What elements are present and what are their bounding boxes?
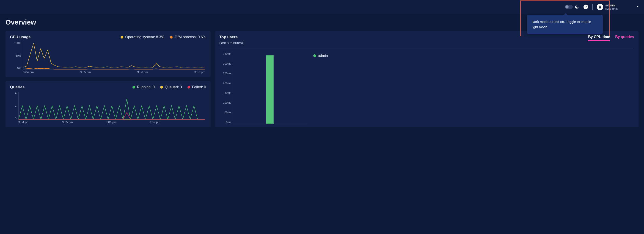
dashboard-grid: CPU usage Operating system: 8.3% JVM pro…	[6, 31, 638, 228]
queries-legend-failed-label: Failed: 0	[192, 85, 206, 89]
cpu-x-tick: 3:06 pm	[137, 70, 148, 74]
cpu-x-tick: 3:07 pm	[194, 70, 205, 74]
top-users-subtitle: (last 8 minutes)	[219, 41, 243, 45]
cpu-x-tick: 3:05 pm	[80, 70, 91, 74]
queries-legend-running: Running: 0	[132, 85, 155, 89]
help-icon[interactable]: ?	[583, 4, 588, 10]
top-users-y-tick: 200ms	[219, 82, 231, 85]
cpu-y-axis: 100% 50% 0%	[10, 42, 21, 70]
top-users-title: Top users	[219, 35, 243, 40]
queries-x-tick: 3:05 pm	[62, 120, 73, 124]
tab-by-queries[interactable]: By queries	[615, 35, 634, 41]
dark-mode-tooltip: Dark mode turned on. Toggle to enable li…	[527, 15, 603, 34]
moon-icon	[574, 5, 579, 9]
queries-legend-queued-label: Queued: 0	[165, 85, 182, 89]
cpu-legend-jvm-label: JVM process: 0.6%	[174, 35, 206, 39]
cpu-legend-os: Operating system: 8.3%	[120, 35, 164, 39]
queries-legend: Running: 0 Queued: 0 Failed: 0	[132, 85, 206, 89]
svg-point-2	[599, 6, 601, 7]
cpu-plot	[23, 42, 205, 70]
cpu-x-tick: 3:04 pm	[23, 70, 34, 74]
queries-card: Queries Running: 0 Queued: 0 Failed: 0	[6, 81, 210, 127]
queries-legend-queued: Queued: 0	[160, 85, 182, 89]
user-text: admin sysadmin	[606, 3, 618, 10]
dark-mode-toggle-wrap	[565, 5, 579, 9]
cpu-usage-card: CPU usage Operating system: 8.3% JVM pro…	[6, 31, 210, 77]
user-menu[interactable]: admin sysadmin	[597, 3, 618, 10]
queries-card-head: Queries Running: 0 Queued: 0 Failed: 0	[10, 85, 206, 90]
queries-legend-running-label: Running: 0	[137, 85, 155, 89]
queries-x-tick: 3:04 pm	[18, 120, 29, 124]
queries-y-tick: 0	[10, 117, 16, 120]
queries-legend-failed: Failed: 0	[188, 85, 206, 89]
cpu-card-head: CPU usage Operating system: 8.3% JVM pro…	[10, 35, 206, 40]
user-name: admin	[606, 3, 618, 7]
top-users-y-tick: 150ms	[219, 91, 231, 95]
dot-queued-icon	[160, 86, 163, 89]
dot-jvm-icon	[170, 36, 172, 39]
avatar-icon	[597, 4, 603, 10]
cpu-y-tick: 0%	[10, 67, 21, 70]
queries-card-title: Queries	[10, 85, 24, 90]
top-users-bar-plot	[232, 52, 306, 124]
cpu-legend-os-label: Operating system: 8.3%	[125, 35, 164, 39]
top-users-y-tick: 50ms	[219, 111, 231, 114]
queries-plot	[18, 92, 205, 120]
top-users-y-tick: 300ms	[219, 62, 231, 65]
top-users-y-tick: 250ms	[219, 72, 231, 75]
top-users-legend: admin	[313, 52, 328, 124]
top-users-tabs: By CPU time By queries	[588, 35, 634, 41]
cpu-legend-jvm: JVM process: 0.6%	[170, 35, 206, 39]
svg-text:?: ?	[585, 5, 586, 9]
dot-running-icon	[132, 86, 135, 89]
queries-y-tick: 4	[10, 92, 16, 95]
cpu-legend: Operating system: 8.3% JVM process: 0.6%	[120, 35, 206, 39]
top-users-legend-label: admin	[318, 54, 328, 58]
top-users-y-tick: 0ms	[219, 121, 231, 124]
top-users-bar-chart: 350ms 300ms 250ms 200ms 150ms 100ms 50ms…	[219, 52, 306, 124]
user-role: sysadmin	[606, 7, 618, 10]
queries-x-axis: 3:04 pm 3:05 pm 3:06 pm 3:07 pm	[18, 120, 160, 124]
top-users-legend-item: admin	[313, 54, 328, 58]
queries-x-tick: 3:06 pm	[106, 120, 116, 124]
dot-admin-icon	[313, 54, 316, 57]
queries-y-axis: 4 2 0	[10, 92, 16, 120]
topbar-divider	[592, 4, 593, 10]
top-users-title-wrap: Top users (last 8 minutes)	[219, 35, 243, 45]
top-users-y-axis: 350ms 300ms 250ms 200ms 150ms 100ms 50ms…	[219, 52, 231, 124]
chevron-down-icon[interactable]	[622, 5, 640, 9]
top-users-head: Top users (last 8 minutes) By CPU time B…	[219, 35, 634, 45]
queries-chart: 4 2 0 3:04 pm 3:05 pm 3:06 pm 3:07 pm	[10, 92, 206, 124]
dark-mode-toggle[interactable]	[565, 5, 573, 9]
cpu-y-tick: 100%	[10, 42, 21, 45]
page: Overview CPU usage Operating system: 8.3…	[0, 14, 644, 234]
cpu-card-title: CPU usage	[10, 35, 31, 40]
top-users-y-tick: 350ms	[219, 52, 231, 56]
queries-x-tick: 3:07 pm	[150, 120, 160, 124]
cpu-x-axis: 3:04 pm 3:05 pm 3:06 pm 3:07 pm	[23, 70, 205, 74]
dot-failed-icon	[188, 86, 190, 89]
top-users-card: Top users (last 8 minutes) By CPU time B…	[215, 31, 638, 127]
queries-y-tick: 2	[10, 104, 16, 107]
top-users-body: 350ms 300ms 250ms 200ms 150ms 100ms 50ms…	[219, 52, 634, 124]
top-users-bar	[266, 55, 274, 124]
cpu-y-tick: 50%	[10, 54, 21, 57]
dot-os-icon	[120, 36, 123, 39]
topbar: ? admin sysadmin Dark mode turned on. To…	[0, 0, 644, 14]
cpu-chart: 100% 50% 0% 3:04 pm 3:05 pm 3:06 pm 3:07…	[10, 42, 206, 74]
top-users-y-tick: 100ms	[219, 101, 231, 104]
tab-by-cpu-time[interactable]: By CPU time	[588, 35, 610, 41]
